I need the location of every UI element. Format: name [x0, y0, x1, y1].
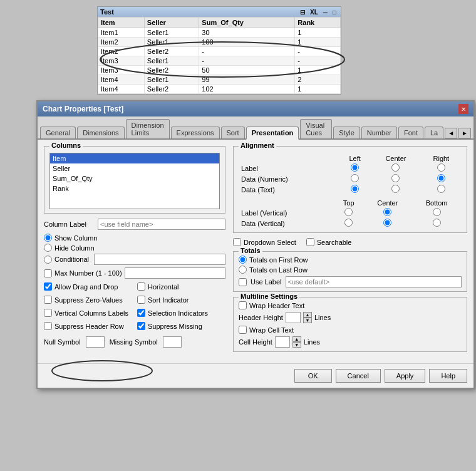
cancel-button[interactable]: Cancel — [336, 369, 381, 383]
conditional-radio[interactable] — [44, 256, 52, 264]
vertical-columns-row: Vertical Columns Labels — [44, 309, 132, 317]
searchable-checkbox[interactable] — [306, 238, 314, 246]
cell-height-spinner[interactable]: ▲ ▼ — [292, 336, 301, 348]
totals-last-radio[interactable] — [239, 266, 247, 274]
column-list-item[interactable]: Sum_Of_Qty — [50, 173, 219, 184]
data-text-align-row: Data (Text) — [239, 184, 462, 195]
numeric-align-center[interactable] — [391, 174, 400, 182]
tab-expressions[interactable]: Expressions — [171, 127, 220, 138]
suppress-zero-checkbox[interactable] — [44, 296, 52, 304]
label-valign-center[interactable] — [383, 208, 391, 216]
data-valign-top[interactable] — [344, 219, 353, 227]
suppress-missing-label: Suppress Missing — [148, 323, 202, 330]
cell-height-row: Cell Height 2 ▲ ▼ Lines — [239, 336, 462, 348]
label-align-left[interactable] — [351, 163, 359, 172]
label-align-right[interactable] — [437, 163, 445, 172]
max-number-checkbox[interactable] — [44, 269, 52, 277]
cell-height-up[interactable]: ▲ — [292, 336, 301, 342]
tab-style[interactable]: Style — [333, 127, 360, 138]
max-number-input[interactable]: 10 — [125, 267, 225, 279]
text-align-left[interactable] — [351, 185, 359, 193]
column-label-label: Column Label — [44, 220, 94, 228]
label-align-row: Label — [239, 163, 462, 173]
tab-nav-prev[interactable]: ◄ — [445, 128, 457, 138]
tab-general[interactable]: General — [40, 127, 76, 138]
dialog-close-button[interactable]: ✕ — [458, 104, 468, 114]
data-valign-bottom[interactable] — [433, 219, 441, 227]
vertical-alignment-table: Top Center Bottom Label (Vertical) — [239, 199, 462, 229]
header-height-down[interactable]: ▼ — [303, 318, 312, 323]
column-label-input[interactable] — [98, 219, 225, 230]
hide-column-label: Hide Column — [54, 244, 95, 252]
dialog-title: Chart Properties [Test] — [43, 105, 123, 113]
tab-number[interactable]: Number — [361, 127, 397, 138]
selection-indicators-checkbox[interactable] — [137, 309, 145, 317]
cell-height-input[interactable]: 2 — [275, 336, 290, 348]
allow-drag-drop-checkbox[interactable] — [44, 282, 52, 291]
tab-sort[interactable]: Sort — [221, 127, 245, 138]
hide-column-row: Hide Column — [44, 244, 225, 252]
column-list-item[interactable]: Item — [50, 153, 219, 163]
tab-la[interactable]: La — [425, 127, 443, 138]
tab-presentation[interactable]: Presentation — [246, 127, 299, 140]
win-minimize-btn[interactable]: ─ — [321, 9, 329, 16]
table-row: Item2Seller11001 — [98, 38, 341, 47]
header-height-up[interactable]: ▲ — [303, 312, 312, 318]
header-height-input[interactable]: 2 — [286, 312, 301, 323]
horizontal-checkbox[interactable] — [137, 282, 145, 291]
tab-dimensionLimits[interactable]: Dimension Limits — [126, 119, 170, 138]
dialog-content: Columns ItemSellerSum_Of_QtyRank Column … — [38, 140, 473, 363]
cell-height-down[interactable]: ▼ — [292, 342, 301, 348]
wrap-header-checkbox[interactable] — [239, 301, 247, 309]
wrap-cell-checkbox[interactable] — [239, 326, 247, 334]
win-pin-btn[interactable]: ⊟ — [298, 9, 307, 16]
tab-visualCues[interactable]: Visual Cues — [300, 119, 332, 138]
totals-last-label: Totals on Last Row — [249, 266, 308, 274]
data-vertical-align-row: Data (Vertical) — [239, 218, 462, 229]
show-column-radio[interactable] — [44, 234, 52, 242]
missing-symbol-input[interactable]: - — [163, 336, 182, 348]
tab-nav-next[interactable]: ► — [458, 128, 471, 138]
hide-column-radio[interactable] — [44, 244, 52, 252]
alignment-section: Alignment Left Center Right Label — [233, 146, 467, 233]
sort-indicator-checkbox[interactable] — [137, 296, 145, 304]
numeric-align-left[interactable] — [351, 174, 359, 182]
label-align-center[interactable] — [391, 163, 400, 172]
totals-title: Totals — [239, 247, 262, 254]
table-titlebar: Test ⊟ XL ─ □ — [98, 7, 341, 17]
tab-dimensions[interactable]: Dimensions — [77, 127, 124, 138]
valign-top-header: Top — [334, 199, 364, 207]
conditional-input[interactable] — [94, 254, 225, 265]
label-valign-top[interactable] — [344, 208, 353, 216]
dropdown-select-checkbox[interactable] — [233, 238, 241, 246]
null-symbol-input[interactable]: - — [86, 336, 105, 348]
column-list-item[interactable]: Rank — [50, 184, 219, 194]
totals-last-row: Totals on Last Row — [239, 266, 462, 274]
checkboxes-grid: Allow Drag and Drop Horizontal Suppress … — [44, 282, 225, 333]
win-controls[interactable]: ⊟ XL ─ □ — [298, 9, 338, 16]
suppress-header-checkbox[interactable] — [44, 322, 52, 330]
totals-first-radio[interactable] — [239, 256, 247, 264]
use-label-input[interactable] — [286, 276, 462, 287]
text-align-center[interactable] — [391, 185, 400, 193]
dropdown-searchable-row: Dropdown Select Searchable — [233, 238, 467, 246]
column-list-item[interactable]: Seller — [50, 163, 219, 173]
win-xl-btn[interactable]: XL — [308, 9, 320, 16]
align-left-header: Left — [339, 154, 371, 163]
label-valign-bottom[interactable] — [433, 208, 441, 216]
numeric-align-right[interactable] — [437, 174, 445, 182]
vertical-columns-checkbox[interactable] — [44, 309, 52, 317]
wrap-cell-row: Wrap Cell Text — [239, 326, 462, 334]
suppress-missing-checkbox[interactable] — [137, 322, 145, 330]
data-valign-center[interactable] — [383, 219, 391, 227]
header-height-spinner[interactable]: ▲ ▼ — [303, 312, 312, 323]
tab-font[interactable]: Font — [398, 127, 423, 138]
ok-button[interactable]: OK — [294, 369, 332, 383]
conditional-row: Conditional — [44, 254, 225, 265]
win-maximize-btn[interactable]: □ — [331, 9, 338, 16]
columns-list[interactable]: ItemSellerSum_Of_QtyRank — [49, 153, 220, 209]
help-button[interactable]: Help — [429, 369, 467, 383]
apply-button[interactable]: Apply — [385, 369, 426, 383]
text-align-right[interactable] — [437, 185, 445, 193]
use-label-checkbox[interactable] — [239, 278, 247, 286]
